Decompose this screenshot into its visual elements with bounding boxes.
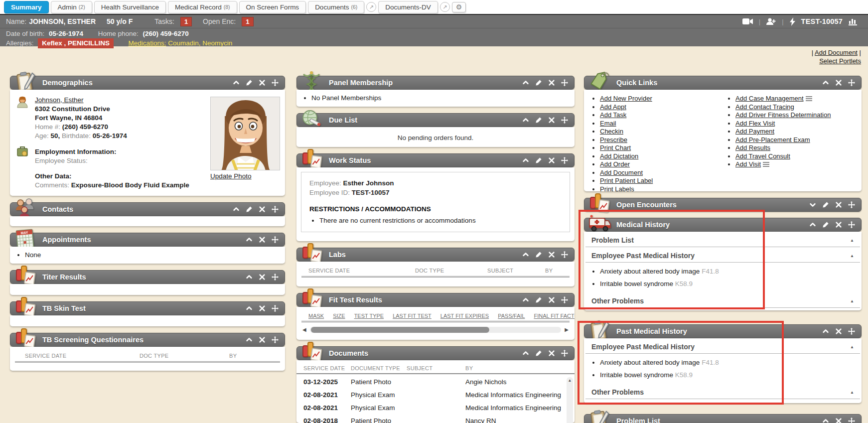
collapse-icon[interactable] [246,336,253,343]
collapse-icon[interactable] [233,79,240,86]
list-icon[interactable] [806,96,812,101]
edit-icon[interactable] [535,117,542,124]
document-row[interactable]: 02-08-2018 Patient Photo Nancy RN [296,414,575,423]
scroll-up-icon[interactable]: ▲ [567,377,573,383]
close-icon[interactable] [548,350,555,357]
collapse-icon[interactable] [522,350,529,357]
quick-link[interactable]: Add Dictation [600,152,638,160]
move-icon[interactable] [848,79,855,86]
move-icon[interactable] [272,305,279,312]
close-icon[interactable] [548,117,555,124]
move-icon[interactable] [272,206,279,213]
close-icon[interactable] [259,336,266,343]
document-row[interactable]: 02-08-2021 Physical Exam Medical Informa… [296,401,575,414]
close-icon[interactable] [259,305,266,312]
vertical-scrollbar[interactable]: ▲ [567,377,573,423]
move-icon[interactable] [848,221,855,228]
move-icon[interactable] [561,157,568,164]
update-photo-link[interactable]: Update Photo [210,172,252,180]
quick-link[interactable]: Add Travel Consult [735,152,790,160]
open-enc-count-badge[interactable]: 1 [242,17,253,26]
tab-medical-record[interactable]: Medical Record(8) [168,1,237,13]
quick-link[interactable]: Email [600,120,616,127]
edit-icon[interactable] [535,296,542,303]
edit-icon[interactable] [535,251,542,258]
quick-link[interactable]: Add New Provider [600,95,652,102]
collapse-triangle-icon[interactable]: ▲ [850,238,854,243]
collapse-icon[interactable] [522,251,529,258]
move-icon[interactable] [848,201,855,208]
problem-item[interactable]: Irritable bowel syndrome K58.9 [600,280,862,287]
scroll-right-icon[interactable]: ▶ [565,327,569,332]
problem-item[interactable]: Anxiety about altered body image F41.8 [600,359,862,366]
move-icon[interactable] [272,79,279,86]
quick-link[interactable]: Add Pre-Placement Exam [735,136,810,143]
move-icon[interactable] [272,274,279,281]
problem-item[interactable]: Irritable bowel syndrome K58.9 [600,371,862,379]
collapse-icon[interactable] [522,117,529,124]
horizontal-scrollbar[interactable]: ◀ ▶ [302,326,569,333]
quick-link[interactable]: Checkin [600,128,623,135]
close-icon[interactable] [548,79,555,86]
list-icon[interactable] [763,162,769,167]
quick-link[interactable]: Add Case Management [735,95,804,102]
tab-documents[interactable]: Documents(6) [308,1,364,13]
close-icon[interactable] [259,206,266,213]
patient-name-link[interactable]: Johnson, Esther [35,96,84,104]
edit-icon[interactable] [822,221,829,228]
section-other-problems[interactable]: Other Problems▲ [585,384,860,399]
lightning-icon[interactable] [790,17,795,26]
collapse-triangle-icon[interactable]: ▲ [850,299,854,303]
settings-gear-icon[interactable]: ⚙ [452,2,466,12]
edit-icon[interactable] [246,206,253,213]
move-icon[interactable] [272,336,279,343]
scroll-left-icon[interactable]: ◀ [302,327,306,332]
collapse-icon[interactable] [822,418,829,423]
quick-link[interactable]: Prescribe [600,136,627,143]
move-icon[interactable] [272,236,279,243]
external-link-icon[interactable]: ↗ [440,2,450,12]
allergies-badge[interactable]: Keflex , PENICILLINS [38,38,114,48]
quick-link[interactable]: Add Flex Visit [735,120,775,127]
edit-icon[interactable] [822,201,829,208]
document-row[interactable]: 03-12-2025 Patient Photo Angie Nichols [296,375,575,388]
move-icon[interactable] [561,79,568,86]
external-link-icon[interactable]: ↗ [366,2,376,12]
close-icon[interactable] [835,79,842,86]
section-employee-past-medical-history[interactable]: Employee Past Medical History▲ [585,338,860,354]
tab-health-surveillance[interactable]: Health Surveillance [94,1,166,13]
close-icon[interactable] [835,221,842,228]
collapse-triangle-icon[interactable]: ▲ [850,390,854,395]
chart-icon[interactable] [849,17,857,25]
document-row[interactable]: 02-08-2021 Physical Exam Medical Informa… [296,388,575,401]
collapse-triangle-icon[interactable]: ▲ [850,345,854,349]
collapse-icon[interactable] [233,206,240,213]
move-icon[interactable] [561,117,568,124]
medications-values[interactable]: Coumadin, Neomycin [168,39,232,47]
add-document-link[interactable]: Add Document [815,49,858,56]
edit-icon[interactable] [535,350,542,357]
close-icon[interactable] [548,251,555,258]
quick-link[interactable]: Add Results [735,144,770,151]
tab-admin[interactable]: Admin(2) [51,1,92,13]
collapse-icon[interactable] [822,328,829,335]
problem-item[interactable]: Anxiety about altered body image F41.8 [600,268,862,275]
close-icon[interactable] [835,328,842,335]
tab-documents-dv[interactable]: Documents-DV [378,1,438,13]
quick-link[interactable]: Add Task [600,111,626,119]
close-icon[interactable] [548,296,555,303]
collapse-icon[interactable] [246,305,253,312]
collapse-icon[interactable] [246,274,253,281]
section-employee-past-medical-history[interactable]: Employee Past Medical History▲ [585,247,860,263]
close-icon[interactable] [259,79,266,86]
expand-icon[interactable] [809,201,816,208]
quick-link[interactable]: Add Driver Fitness Determination [735,111,831,119]
collapse-icon[interactable] [522,157,529,164]
medications-label-link[interactable]: Medications: [129,39,166,47]
move-icon[interactable] [561,350,568,357]
select-portlets-link[interactable]: Select Portlets [819,57,861,65]
move-icon[interactable] [848,418,855,423]
close-icon[interactable] [835,201,842,208]
quick-link[interactable]: Print Labels [600,185,634,192]
edit-icon[interactable] [535,79,542,86]
